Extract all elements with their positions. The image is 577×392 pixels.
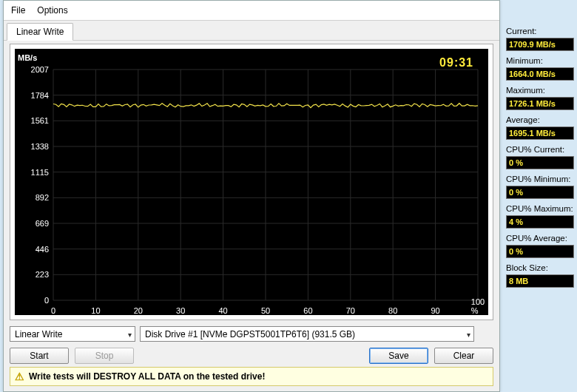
stat-cpu-minimum-value: 0 %: [506, 186, 574, 199]
chart-ytick: 2007: [19, 65, 49, 74]
chart-ytick: 1784: [19, 91, 49, 100]
chart-clock: 09:31: [439, 56, 473, 70]
stat-cpu-current-value: 0 %: [506, 156, 574, 169]
stat-current-label: Current:: [506, 24, 574, 36]
start-button[interactable]: Start: [10, 348, 69, 364]
stat-cpu-maximum-label: CPU% Maximum:: [506, 201, 574, 213]
chart-ytick: 669: [19, 219, 49, 228]
stats-panel: Current: 1709.9 MB/s Minimum: 1664.0 MB/…: [506, 24, 574, 288]
stat-maximum-label: Maximum:: [506, 83, 574, 95]
stat-maximum-value: 1726.1 MB/s: [506, 97, 574, 110]
tab-strip: Linear Write: [4, 21, 499, 41]
warning-text: Write tests will DESTROY ALL DATA on the…: [29, 371, 265, 382]
chart-ytick: 223: [19, 270, 49, 279]
stat-minimum-label: Minimum:: [506, 53, 574, 65]
chart-xtick: 40: [218, 306, 227, 315]
stat-block-size-label: Block Size:: [506, 260, 574, 272]
menubar: File Options: [4, 1, 499, 21]
chart-xtick: 80: [388, 306, 397, 315]
chart-xtick: 20: [134, 306, 143, 315]
stat-cpu-minimum-label: CPU% Minimum:: [506, 172, 574, 183]
stat-block-size-value: 8 MB: [506, 274, 574, 288]
disk-select[interactable]: Disk Drive #1 [NVMe DGPST5001TP6T6] (931…: [140, 326, 474, 342]
chart-xtick: 10: [91, 306, 100, 315]
stat-cpu-average-label: CPU% Average:: [506, 231, 574, 243]
chart-xtick: 100 %: [471, 297, 485, 315]
stat-minimum-value: 1664.0 MB/s: [506, 67, 574, 81]
chart-xtick: 90: [431, 306, 439, 315]
chart: MB/s 09:31 20071784156113381115892669446…: [15, 49, 488, 315]
chart-ytick: 446: [19, 245, 49, 254]
stop-button[interactable]: Stop: [75, 348, 134, 364]
chart-ylabel: MB/s: [18, 53, 37, 62]
chevron-down-icon: ▾: [128, 330, 132, 338]
stat-cpu-average-value: 0 %: [506, 245, 574, 258]
stat-cpu-maximum-value: 4 %: [506, 215, 574, 229]
chart-ytick: 1115: [19, 168, 49, 177]
chart-ytick: 1338: [19, 142, 49, 151]
tab-linear-write[interactable]: Linear Write: [7, 23, 73, 41]
clear-button[interactable]: Clear: [434, 348, 493, 364]
menu-file[interactable]: File: [5, 4, 31, 17]
save-button[interactable]: Save: [369, 348, 428, 364]
chevron-down-icon: ▾: [467, 330, 470, 338]
disk-select-value: Disk Drive #1 [NVMe DGPST5001TP6T6] (931…: [145, 329, 355, 339]
controls-row: Linear Write ▾ Disk Drive #1 [NVMe DGPST…: [4, 323, 499, 345]
app-window: File Options Linear Write MB/s 09:31 200…: [3, 0, 500, 392]
chart-xtick: 0: [51, 306, 55, 315]
warning-bar: ⚠ Write tests will DESTROY ALL DATA on t…: [10, 367, 493, 386]
chart-grid: [15, 49, 488, 315]
chart-ytick: 0: [19, 296, 49, 305]
menu-options[interactable]: Options: [31, 4, 73, 17]
chart-ytick: 1561: [19, 116, 49, 125]
chart-xtick: 30: [176, 306, 185, 315]
mode-select-value: Linear Write: [15, 329, 62, 339]
stat-current-value: 1709.9 MB/s: [506, 38, 574, 51]
stat-average-label: Average:: [506, 112, 574, 124]
stat-average-value: 1695.1 MB/s: [506, 126, 574, 140]
stat-cpu-current-label: CPU% Current:: [506, 142, 574, 154]
chart-panel: MB/s 09:31 20071784156113381115892669446…: [10, 44, 493, 320]
button-row: Start Stop Save Clear: [4, 345, 499, 365]
chart-xtick: 70: [346, 306, 355, 315]
chart-ytick: 892: [19, 193, 49, 202]
warning-icon: ⚠: [15, 371, 24, 382]
chart-xtick: 50: [261, 306, 270, 315]
mode-select[interactable]: Linear Write ▾: [10, 326, 135, 342]
chart-xtick: 60: [303, 306, 312, 315]
